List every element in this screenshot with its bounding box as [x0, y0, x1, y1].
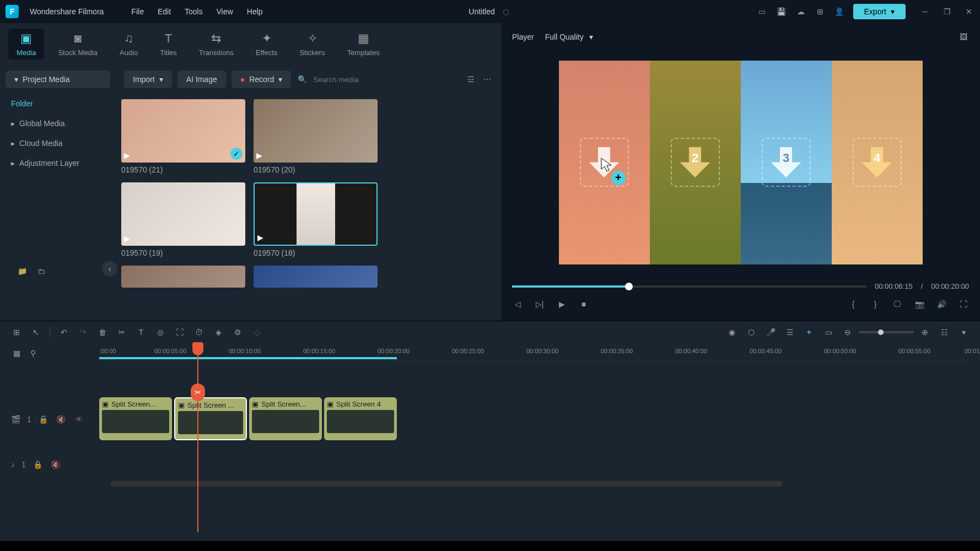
delete-button[interactable]: 🗑	[97, 327, 108, 338]
split-pane-4[interactable]: 4	[832, 61, 923, 264]
magnet-icon[interactable]: ⚲	[28, 348, 39, 359]
media-item[interactable]: ▶ 019570 (20)	[254, 99, 378, 174]
collapse-sidebar-button[interactable]: ‹	[102, 261, 117, 277]
timeline-clip[interactable]: ▣Split Screen 4	[324, 397, 397, 440]
stop-button[interactable]: ■	[578, 299, 589, 310]
cloud-icon[interactable]: ☁	[795, 6, 806, 17]
zoom-in-button[interactable]: ⊕	[919, 327, 930, 338]
more-icon[interactable]: ⋯	[482, 74, 493, 85]
split-pane-3[interactable]: 3	[741, 61, 832, 264]
aspect-icon[interactable]: ▭	[823, 327, 834, 338]
tab-titles[interactable]: TTitles	[152, 29, 185, 60]
tab-stickers[interactable]: ✧Stickers	[291, 29, 333, 60]
tab-audio[interactable]: ♫Audio	[111, 29, 146, 60]
ai-image-button[interactable]: AI Image	[177, 71, 226, 88]
timeline-clip[interactable]: ▣Split Screen...	[249, 397, 322, 440]
media-item[interactable]	[121, 266, 245, 288]
volume-icon[interactable]: 🔊	[936, 299, 947, 310]
grid-icon[interactable]: ⊞	[815, 6, 826, 17]
lock-icon[interactable]: 🔒	[38, 414, 49, 425]
media-item[interactable]: ▶ 019570 (18)	[254, 182, 378, 257]
next-frame-button[interactable]: ▷|	[534, 299, 545, 310]
export-button[interactable]: Export ▾	[853, 4, 906, 19]
new-folder-icon[interactable]: 📁	[17, 266, 28, 277]
timeline-ruler[interactable]: :00:00 00:00:05:00 00:00:10:00 00:00:15:…	[99, 345, 969, 361]
zoom-slider[interactable]	[859, 331, 914, 333]
mark-out-button[interactable]: }	[870, 299, 881, 310]
crop-button[interactable]: ◎	[155, 327, 166, 338]
playhead-marker-icon[interactable]: ✂	[191, 383, 205, 401]
play-button[interactable]: ▶	[556, 299, 567, 310]
fullscreen-icon[interactable]: ⛶	[958, 299, 969, 310]
timeline-view-icon[interactable]: ☷	[939, 327, 950, 338]
dropdown-icon[interactable]: ▾	[958, 327, 969, 338]
timeline-clip[interactable]: ▣Split Screen...	[99, 397, 172, 440]
render-icon[interactable]: ◉	[726, 327, 737, 338]
voiceover-icon[interactable]: 🎤	[765, 327, 776, 338]
track-view-icon[interactable]: ▦	[11, 348, 22, 359]
undo-button[interactable]: ↶	[58, 327, 69, 338]
save-icon[interactable]: 💾	[776, 6, 787, 17]
color-button[interactable]: ◈	[213, 327, 224, 338]
mark-in-button[interactable]: {	[848, 299, 859, 310]
layout-icon[interactable]: ⊞	[11, 327, 22, 338]
menu-file[interactable]: File	[131, 7, 144, 16]
user-icon[interactable]: 👤	[834, 6, 845, 17]
tab-templates[interactable]: ▦Templates	[339, 29, 388, 60]
sidebar-folder[interactable]: Folder	[3, 94, 113, 114]
sidebar-adjustment-layer[interactable]: ▸Adjustment Layer	[3, 153, 113, 173]
menu-edit[interactable]: Edit	[158, 7, 171, 16]
sidebar-cloud-media[interactable]: ▸Cloud Media	[3, 133, 113, 153]
filter-icon[interactable]: ☲	[465, 74, 476, 85]
zoom-out-button[interactable]: ⊖	[842, 327, 853, 338]
media-item[interactable]	[254, 266, 378, 288]
prev-frame-button[interactable]: ◁	[512, 299, 523, 310]
quality-dropdown[interactable]: Full Quality ▾	[545, 33, 593, 41]
snapshot-icon[interactable]: 🖼	[958, 31, 969, 42]
tab-effects[interactable]: ✦Effects	[247, 29, 286, 60]
camera-icon[interactable]: 📷	[914, 299, 925, 310]
tab-media[interactable]: ▣Media	[8, 29, 44, 60]
split-pane-2[interactable]: 2	[650, 61, 741, 264]
project-media-button[interactable]: ▾ Project Media	[6, 71, 110, 88]
menu-tools[interactable]: Tools	[185, 7, 203, 16]
import-button[interactable]: Import▾	[124, 71, 172, 88]
search-input[interactable]	[313, 75, 460, 84]
adjust-button[interactable]: ⚙	[232, 327, 243, 338]
audio-mixer-icon[interactable]: ☰	[784, 327, 795, 338]
tab-transitions[interactable]: ⇆Transitions	[191, 29, 242, 60]
ai-icon[interactable]: ✦	[804, 327, 815, 338]
marker-icon[interactable]: ⬡	[746, 327, 757, 338]
split-button[interactable]: ✂	[116, 327, 127, 338]
visibility-icon[interactable]: 👁	[73, 414, 84, 425]
cloud-sync-icon[interactable]: ◌	[500, 6, 511, 17]
menu-view[interactable]: View	[217, 7, 233, 16]
redo-button[interactable]: ↷	[78, 327, 89, 338]
keyframe-icon[interactable]: ◇	[251, 327, 262, 338]
display-icon[interactable]: 🖵	[892, 299, 903, 310]
video-track-content[interactable]: ▣Split Screen... ▣Split Screen ... ▣Spli…	[99, 397, 969, 441]
speed-button[interactable]: ⏱	[193, 327, 204, 338]
folder-icon[interactable]: 🗀	[36, 266, 47, 277]
close-button[interactable]: ✕	[963, 6, 974, 17]
media-item[interactable]: ▶✓ 019570 (21)	[121, 99, 245, 174]
media-item[interactable]: ▶ 019570 (19)	[121, 182, 245, 257]
menu-help[interactable]: Help	[247, 7, 263, 16]
sidebar-global-media[interactable]: ▸Global Media	[3, 114, 113, 133]
mute-icon[interactable]: 🔇	[50, 459, 61, 470]
maximize-button[interactable]: ❐	[941, 6, 952, 17]
lock-icon[interactable]: 🔒	[33, 459, 44, 470]
audio-track-content[interactable]	[99, 442, 969, 487]
split-pane-1[interactable]: +	[559, 61, 650, 264]
minimize-button[interactable]: ─	[919, 6, 930, 17]
mute-icon[interactable]: 🔇	[56, 414, 67, 425]
crop-zoom-icon[interactable]: ⛶	[174, 327, 185, 338]
playhead[interactable]: ✂	[197, 345, 198, 532]
playback-scrubber[interactable]	[512, 285, 866, 288]
record-button[interactable]: ●Record▾	[231, 71, 292, 88]
cursor-icon[interactable]: ↖	[30, 327, 41, 338]
tab-stock-media[interactable]: ◙Stock Media	[50, 29, 106, 60]
preview-viewport[interactable]: + 2 3 4	[507, 51, 974, 274]
timeline-clip[interactable]: ▣Split Screen ...	[174, 397, 247, 440]
screen-icon[interactable]: ▭	[757, 6, 768, 17]
